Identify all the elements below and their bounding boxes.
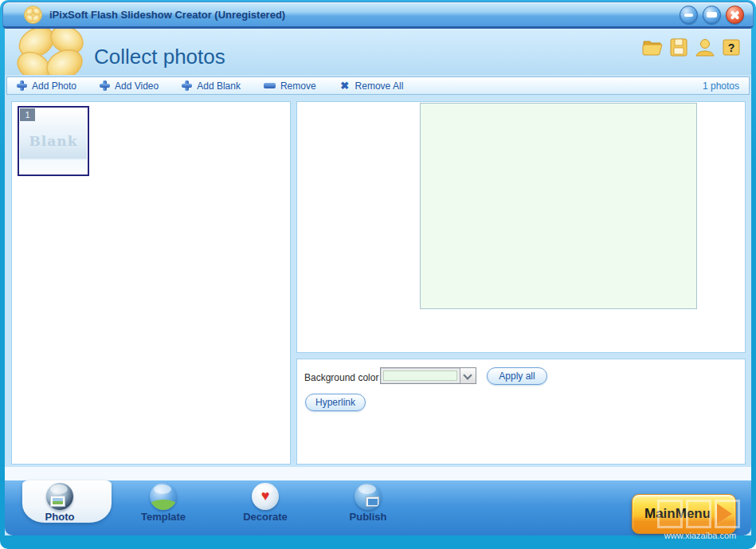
add-blank-label: Add Blank (197, 80, 241, 92)
page-header: Collect photos ? (5, 29, 751, 75)
slide-preview-canvas (420, 103, 697, 309)
hyperlink-button[interactable]: Hyperlink (305, 394, 366, 411)
slide-thumbnail-label: Blank (29, 133, 78, 149)
tab-decorate[interactable]: ♥ Decorate (225, 483, 305, 523)
heart-icon: ♥ (252, 485, 279, 506)
background-color-dropdown[interactable] (380, 367, 476, 384)
header-icons: ? (642, 37, 742, 57)
apply-all-button[interactable]: Apply all (487, 367, 547, 385)
clover-logo (10, 29, 92, 75)
remove-all-button[interactable]: Remove All (339, 80, 404, 92)
svg-text:?: ? (728, 41, 735, 54)
tab-publish-label: Publish (350, 511, 387, 523)
add-plus-icon (182, 80, 192, 91)
close-button[interactable] (726, 6, 744, 24)
minimize-button[interactable] (680, 6, 698, 24)
app-window: iPixSoft Flash Slideshow Creator (Unregi… (0, 0, 756, 549)
arrow-right-icon (717, 504, 732, 524)
page-title: Collect photos (94, 45, 225, 69)
monitor-icon (366, 496, 379, 507)
add-photo-button[interactable]: Add Photo (17, 80, 76, 92)
window-title: iPixSoft Flash Slideshow Creator (Unregi… (49, 9, 285, 21)
maximize-button[interactable] (703, 6, 721, 24)
title-bar: iPixSoft Flash Slideshow Creator (Unregi… (2, 2, 754, 29)
main-menu-button[interactable]: MainMenu (632, 494, 736, 534)
main-menu-label: MainMenu (644, 506, 711, 522)
tab-decorate-label: Decorate (243, 511, 288, 523)
photo-tab-icon (46, 483, 73, 510)
background-color-swatch (383, 371, 457, 381)
app-logo-icon (24, 6, 42, 24)
add-blank-button[interactable]: Add Blank (182, 80, 241, 92)
properties-panel: Background color Apply all Hyperlink (296, 359, 746, 465)
content-footer-strip (5, 467, 751, 480)
preview-panel (296, 101, 746, 353)
tab-photo[interactable]: Photo (20, 483, 100, 523)
slide-list-panel: 1 Blank (11, 101, 291, 465)
tab-template-label: Template (141, 511, 186, 523)
remove-label: Remove (280, 80, 316, 92)
slide-index-badge: 1 (20, 108, 35, 121)
add-photo-label: Add Photo (32, 80, 76, 92)
window-controls (680, 6, 744, 24)
add-plus-icon (100, 80, 110, 91)
photo-count: 1 photos (703, 80, 739, 92)
tab-template[interactable]: Template (123, 483, 203, 523)
app-body: Collect photos ? (5, 29, 751, 535)
bottom-nav: Photo Template ♥ Decorate Publish MainMe… (5, 480, 751, 535)
template-tab-icon (150, 483, 177, 510)
remove-all-label: Remove All (355, 80, 404, 92)
publish-tab-icon (354, 483, 382, 510)
tab-publish[interactable]: Publish (328, 483, 408, 523)
remove-all-x-icon (339, 80, 351, 92)
register-user-icon[interactable] (695, 37, 715, 57)
add-video-label: Add Video (115, 80, 159, 92)
toolbar: Add Photo Add Video Add Blank Remove Rem… (6, 76, 750, 95)
chevron-down-icon[interactable] (460, 368, 476, 383)
tab-photo-label: Photo (45, 511, 75, 523)
save-icon[interactable] (668, 37, 689, 57)
background-color-label: Background color (304, 372, 378, 383)
help-icon[interactable]: ? (721, 37, 742, 57)
slide-thumbnail[interactable]: 1 Blank (18, 106, 89, 176)
decorate-tab-icon: ♥ (252, 483, 279, 510)
photo-icon-detail (50, 496, 65, 507)
add-video-button[interactable]: Add Video (100, 80, 159, 92)
add-plus-icon (17, 80, 27, 91)
remove-button[interactable]: Remove (264, 80, 316, 92)
open-folder-icon[interactable] (642, 37, 663, 57)
remove-minus-icon (264, 83, 276, 88)
